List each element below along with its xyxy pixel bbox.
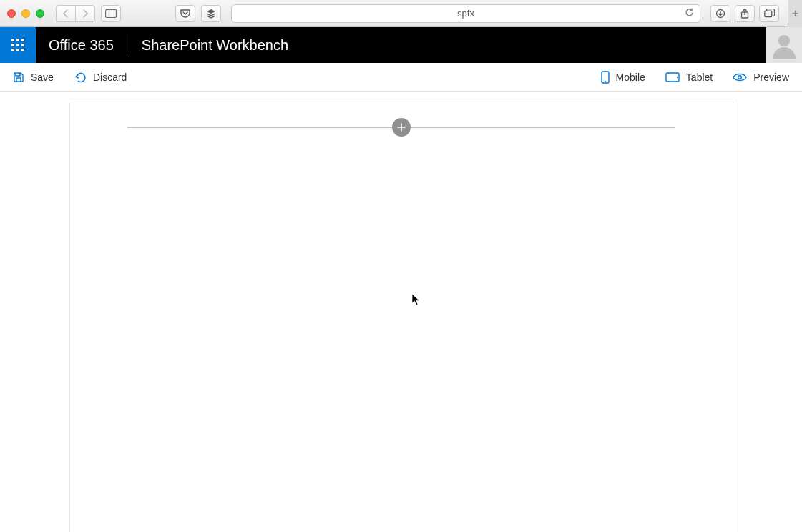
waffle-icon: [11, 39, 24, 51]
tablet-label: Tablet: [686, 72, 713, 83]
nav-forward-button[interactable]: [75, 5, 95, 22]
tabs-button[interactable]: [759, 5, 779, 22]
sidebar-icon: [105, 9, 117, 18]
plus-icon: [396, 122, 406, 132]
svg-point-7: [605, 80, 606, 82]
download-icon: [715, 9, 725, 19]
window-controls: [7, 9, 44, 18]
svg-point-10: [738, 75, 742, 79]
suite-brand[interactable]: Office 365: [36, 34, 127, 56]
svg-point-5: [778, 35, 790, 46]
tablet-icon: [665, 72, 680, 82]
mobile-icon: [601, 71, 610, 84]
command-bar: Save Discard Mobile Tablet Preview: [0, 63, 802, 92]
browser-right-controls: [710, 5, 779, 22]
buffer-button[interactable]: [201, 5, 221, 22]
downloads-button[interactable]: [710, 5, 730, 22]
save-button[interactable]: Save: [13, 72, 54, 83]
discard-button[interactable]: Discard: [74, 72, 127, 83]
add-webpart-button[interactable]: [392, 118, 411, 137]
stack-icon: [206, 9, 216, 19]
svg-rect-4: [764, 11, 771, 17]
discard-label: Discard: [93, 72, 127, 83]
person-icon: [771, 31, 798, 59]
user-avatar[interactable]: [766, 27, 802, 63]
preview-label: Preview: [753, 72, 789, 83]
new-tab-button[interactable]: +: [788, 0, 802, 27]
suite-app-title: SharePoint Workbench: [127, 27, 303, 63]
reload-icon: [685, 8, 694, 17]
share-icon: [740, 9, 749, 19]
address-bar[interactable]: spfx: [231, 4, 700, 23]
mobile-label: Mobile: [616, 72, 645, 83]
pocket-button[interactable]: [175, 5, 195, 22]
page-canvas: [69, 102, 733, 532]
share-button[interactable]: [735, 5, 755, 22]
suite-header: Office 365 SharePoint Workbench: [0, 27, 802, 63]
svg-point-9: [677, 77, 678, 78]
window-minimize-button[interactable]: [21, 9, 30, 18]
save-icon: [13, 72, 24, 83]
nav-back-button[interactable]: [56, 5, 76, 22]
chevron-right-icon: [82, 9, 89, 18]
app-launcher-button[interactable]: [0, 27, 36, 63]
address-text: spfx: [457, 8, 474, 19]
reload-button[interactable]: [685, 8, 694, 19]
canvas-area: [0, 92, 802, 532]
nav-back-forward: [56, 5, 95, 22]
browser-chrome: spfx +: [0, 0, 802, 27]
tablet-view-button[interactable]: Tablet: [665, 72, 713, 83]
plus-icon: +: [792, 7, 798, 20]
undo-icon: [74, 72, 87, 83]
sidebar-toggle-button[interactable]: [101, 5, 121, 22]
tabs-icon: [764, 9, 775, 18]
svg-rect-0: [106, 9, 117, 17]
pocket-icon: [180, 9, 190, 18]
chevron-left-icon: [62, 9, 69, 18]
preview-icon: [733, 72, 747, 82]
window-zoom-button[interactable]: [36, 9, 44, 18]
mobile-view-button[interactable]: Mobile: [601, 71, 645, 84]
save-label: Save: [31, 72, 54, 83]
section-divider: [127, 127, 675, 128]
preview-button[interactable]: Preview: [733, 72, 789, 83]
window-close-button[interactable]: [7, 9, 16, 18]
